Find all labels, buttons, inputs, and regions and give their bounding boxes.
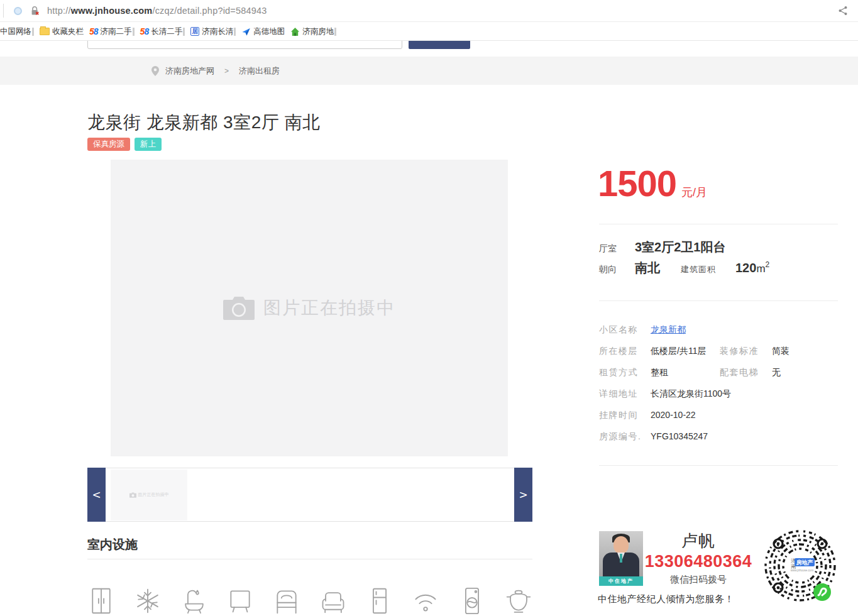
detail-row-listing-id: 房源编号. YFG10345247	[599, 431, 838, 453]
address-bar: http://www.jnhouse.com/czqz/detail.php?i…	[0, 0, 858, 22]
breadcrumb: 济南房地产网 > 济南出租房	[0, 57, 858, 85]
bookmark-label: 中国网络	[0, 26, 31, 37]
bookmark-item-favorites[interactable]: 收藏夹栏	[40, 26, 84, 37]
bookmark-item-jinan-fangdi[interactable]: 济南房地	[290, 26, 336, 37]
wechat-scan-hint: 微信扫码拨号	[647, 574, 749, 586]
divider	[599, 300, 838, 301]
bookmark-item-jinan-changqing[interactable]: 居 济南长清	[190, 26, 236, 37]
site-info-icon[interactable]	[14, 7, 22, 15]
bookmark-label: 收藏夹栏	[52, 26, 84, 37]
url-field[interactable]: http://www.jnhouse.com/czqz/detail.php?i…	[47, 6, 267, 16]
details-list: 小区名称 龙泉新都 所在楼层 低楼层/共11层 装修标准 简装 租赁方式 整租 …	[599, 324, 838, 453]
folder-icon	[40, 28, 50, 35]
facilities-title: 室内设施	[87, 536, 138, 553]
community-link[interactable]: 龙泉新都	[651, 324, 686, 336]
area-value: 120m2	[735, 260, 769, 275]
agent-name: 卢帆	[647, 530, 749, 552]
green-house-icon	[290, 27, 300, 36]
share-icon[interactable]	[838, 6, 848, 16]
truncation-mark	[133, 28, 135, 36]
area-label: 建筑面积	[681, 264, 735, 275]
bookmark-item-changqing-ershou[interactable]: 58 长清二手	[140, 26, 185, 37]
truncation-mark	[234, 28, 236, 36]
price: 1500 元/月	[598, 162, 707, 204]
bed-icon	[273, 586, 300, 616]
bookmark-item-gaode-map[interactable]: 高德地图	[241, 26, 285, 37]
bookmark-label: 高德地图	[253, 26, 285, 37]
bookmark-item-jinan-ershou[interactable]: 58 济南二手	[89, 26, 135, 37]
divider	[87, 559, 532, 559]
rooms-label: 厅室	[599, 243, 635, 255]
svg-text:www.jnhouse.com: www.jnhouse.com	[791, 569, 814, 572]
fridge-icon	[366, 586, 393, 616]
facilities-icon-row	[87, 586, 532, 616]
verified-badge: 保真房源	[87, 138, 130, 151]
main-photo-placeholder: 图片正在拍摄中	[111, 160, 508, 456]
divider	[599, 224, 838, 224]
breadcrumb-current: 济南出租房	[239, 65, 280, 77]
price-unit: 元/月	[681, 185, 707, 200]
carousel-strip: 图片正在拍摄中	[106, 468, 514, 522]
detail-row-floor: 所在楼层 低楼层/共11层 装修标准 简装	[599, 346, 838, 367]
new-badge: 新上	[135, 138, 162, 151]
sofa-icon	[319, 586, 347, 616]
bookmark-label: 济南房地	[302, 26, 334, 37]
58-logo-icon: 58	[140, 26, 149, 36]
breadcrumb-separator: >	[224, 67, 229, 75]
detail-row-community: 小区名称 龙泉新都	[599, 324, 838, 346]
detail-row-address: 详细地址 长清区龙泉街1100号	[599, 388, 838, 410]
bathtub-icon	[180, 586, 208, 616]
insecure-lock-icon[interactable]	[30, 6, 40, 16]
price-amount: 1500	[598, 162, 676, 204]
wechat-logo-icon	[813, 583, 831, 601]
url-host: www.jnhouse.com	[71, 6, 153, 16]
wechat-qr-code: 济 南 房地产 www.jnhouse.com	[763, 527, 837, 612]
truncation-mark	[183, 28, 185, 36]
listing-title: 龙泉街 龙泉新都 3室2厅 南北	[87, 111, 320, 135]
washer-icon	[458, 586, 486, 616]
bookmark-label: 济南长清	[202, 26, 233, 37]
tv-icon	[226, 586, 254, 616]
aircon-snowflake-icon	[134, 586, 162, 616]
detail-row-listed-date: 挂牌时间 2020-10-22	[599, 410, 838, 431]
photo-thumbnail[interactable]: 图片正在拍摄中	[111, 470, 187, 520]
bookmark-item-zhongguowangluo[interactable]: 中国网络	[0, 26, 34, 37]
location-pin-icon	[151, 65, 160, 77]
thumbnail-carousel: < 图片正在拍摄中 >	[87, 468, 532, 522]
svg-text:房地产: 房地产	[796, 559, 813, 566]
bookmark-label: 长清二手	[151, 26, 182, 37]
divider	[599, 465, 838, 466]
agent-service-note: 中住地产经纪人倾情为您服务！	[598, 593, 734, 605]
orientation-value: 南北	[635, 260, 660, 277]
ju-logo-icon: 居	[190, 27, 199, 36]
orientation-label: 朝向	[599, 264, 635, 275]
58-logo-icon: 58	[89, 26, 98, 36]
rooms-row: 厅室 3室2厅2卫1阳台	[599, 239, 726, 256]
rooms-value: 3室2厅2卫1阳台	[635, 239, 726, 256]
cooking-pot-icon	[505, 586, 532, 616]
badge-row: 保真房源 新上	[87, 138, 162, 151]
url-path: /czqz/detail.php?id=584943	[152, 6, 267, 16]
thumb-placeholder-text: 图片正在拍摄中	[138, 492, 169, 498]
bookmark-label: 济南二手	[101, 26, 132, 37]
bookmarks-bar: 中国网络 收藏夹栏 58 济南二手 58 长清二手 居 济南长清 高德地图 济南…	[0, 23, 858, 41]
carousel-next-button[interactable]: >	[514, 468, 532, 522]
orientation-area-row: 朝向 南北 建筑面积 120m2	[599, 260, 769, 277]
amap-arrow-icon	[241, 27, 251, 36]
breadcrumb-home-link[interactable]: 济南房地产网	[165, 65, 214, 77]
window-separator	[3, 4, 4, 18]
truncation-mark	[32, 28, 34, 36]
truncation-mark	[334, 28, 336, 36]
detail-row-lease: 租赁方式 整租 配套电梯 无	[599, 367, 838, 388]
url-scheme: http://	[47, 6, 71, 16]
carousel-prev-button[interactable]: <	[87, 468, 106, 522]
agent-phone[interactable]: 13306480364	[643, 552, 754, 571]
wardrobe-icon	[87, 586, 115, 616]
wifi-icon	[412, 586, 439, 616]
photo-placeholder-text: 图片正在拍摄中	[263, 296, 395, 320]
camera-icon	[129, 492, 136, 498]
camera-icon	[223, 296, 255, 320]
agent-company-band: 中住地产	[599, 576, 643, 586]
